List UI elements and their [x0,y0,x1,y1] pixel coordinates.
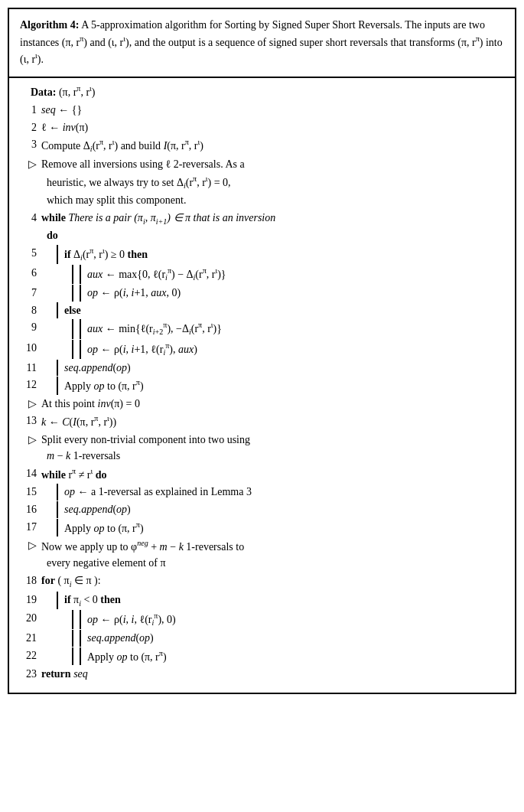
line-content-9: aux ← min{ℓ(ri+2π), −Δi(rπ, rι)} [41,319,504,338]
line-content-15: op ← a 1-reversal as explained in Lemma … [41,484,504,501]
line-21: 21 seq.append(op) [20,630,504,647]
line-8: 8 else [20,302,504,319]
line-14: 14 while rπ ≠ rι do [20,465,504,483]
data-params: (π, rπ, rι) [59,86,96,98]
line-content-3: Compute Δi(rπ, rι) and build I(π, rπ, rι… [41,136,504,155]
line-7: 7 op ← ρ(i, i+1, aux, 0) [20,285,504,302]
line-3: 3 Compute Δi(rπ, rι) and build I(π, rπ, … [20,136,504,155]
line-content-17: Apply op to (π, rπ) [41,519,504,536]
line-12: 12 Apply op to (π, rπ) [20,377,504,394]
line-1: 1 seq ← {} [20,102,504,119]
line-num-17: 17 [20,519,37,536]
line-content-14: while rπ ≠ rι do [41,465,504,483]
line-num-13: 13 [20,413,37,429]
triangle-icon-1: ▷ [20,156,37,173]
line-num-5: 5 [20,245,37,262]
triangle-icon-4: ▷ [20,537,37,554]
algorithm-box: Algorithm 4: A 5-approximation algorithm… [8,8,516,694]
line-num-18: 18 [20,572,37,589]
comment-line-at-this-point: ▷ At this point inv(π) = 0 [20,396,504,413]
line-15: 15 op ← a 1-reversal as explained in Lem… [20,484,504,501]
line-content-8: else [41,302,504,319]
line-num-10: 10 [20,340,37,357]
line-content-5: if Δi(rπ, rι) ≥ 0 then [41,245,504,264]
line-num-11: 11 [20,360,37,377]
algorithm-body: Data: (π, rπ, rι) 1 seq ← {} 2 ℓ ← inv(π… [9,78,515,692]
comment-text-1: Remove all inversions using ℓ 2-reversal… [41,156,504,208]
line-16: 16 seq.append(op) [20,501,504,518]
line-content-6: aux ← max{0, ℓ(riπ) − Δi(rπ, rι)} [41,265,504,284]
line-content-11: seq.append(op) [41,360,504,377]
comment-text-4: Now we apply up to φneg + m − k 1-revers… [41,537,504,572]
line-num-4: 4 [20,210,37,227]
line-num-15: 15 [20,484,37,501]
line-content-1: seq ← {} [41,102,504,119]
line-content-19: if πi < 0 then [41,592,504,609]
line-5: 5 if Δi(rπ, rι) ≥ 0 then [20,245,504,264]
comment-line-3: ▷ Remove all inversions using ℓ 2-revers… [20,156,504,208]
triangle-icon-3: ▷ [20,432,37,448]
comment-text-2: At this point inv(π) = 0 [41,396,504,413]
line-13: 13 k ← C(I(π, rπ, rι)) [20,413,504,430]
line-content-7: op ← ρ(i, i+1, aux, 0) [41,285,504,302]
line-num-1: 1 [20,102,37,119]
line-content-20: op ← ρ(i, i, ℓ(riπ), 0) [41,610,504,629]
algorithm-title-bold: Algorithm 4: [20,19,79,31]
line-content-13: k ← C(I(π, rπ, rι)) [41,413,504,430]
comment-line-split: ▷ Split every non-trivial component into… [20,432,504,465]
line-content-12: Apply op to (π, rπ) [41,377,504,394]
line-num-3: 3 [20,136,37,153]
comment-line-now-apply: ▷ Now we apply up to φneg + m − k 1-reve… [20,537,504,572]
line-num-12: 12 [20,377,37,393]
triangle-icon-2: ▷ [20,396,37,413]
line-content-22: Apply op to (π, rπ) [41,647,504,665]
line-num-21: 21 [20,630,37,647]
comment-text-3: Split every non-trivial component into t… [41,432,504,465]
algorithm-header: Algorithm 4: A 5-approximation algorithm… [9,9,515,78]
line-20: 20 op ← ρ(i, i, ℓ(riπ), 0) [20,610,504,629]
line-num-9: 9 [20,319,37,336]
line-num-7: 7 [20,285,37,302]
line-num-14: 14 [20,465,37,482]
line-num-6: 6 [20,265,37,282]
line-19: 19 if πi < 0 then [20,592,504,609]
line-10: 10 op ← ρ(i, i+1, ℓ(riπ), aux) [20,340,504,359]
line-4: 4 while There is a pair (πi, πi+1) ∈ π t… [20,210,504,244]
data-line: Data: (π, rπ, rι) [20,84,504,99]
line-11: 11 seq.append(op) [20,360,504,377]
line-num-8: 8 [20,302,37,319]
line-22: 22 Apply op to (π, rπ) [20,647,504,665]
line-23: 23 return seq [20,666,504,683]
line-content-4: while There is a pair (πi, πi+1) ∈ π tha… [41,210,504,244]
line-num-19: 19 [20,592,37,608]
line-num-20: 20 [20,610,37,627]
line-2: 2 ℓ ← inv(π) [20,119,504,136]
line-content-18: for ( πi ∈ π ): [41,572,504,590]
line-content-16: seq.append(op) [41,501,504,518]
line-18: 18 for ( πi ∈ π ): [20,572,504,590]
line-17: 17 Apply op to (π, rπ) [20,519,504,536]
line-content-2: ℓ ← inv(π) [41,119,504,136]
data-keyword: Data: [31,86,56,98]
line-num-22: 22 [20,647,37,664]
line-content-21: seq.append(op) [41,630,504,647]
line-9: 9 aux ← min{ℓ(ri+2π), −Δi(rπ, rι)} [20,319,504,338]
line-content-10: op ← ρ(i, i+1, ℓ(riπ), aux) [41,340,504,359]
line-6: 6 aux ← max{0, ℓ(riπ) − Δi(rπ, rι)} [20,265,504,284]
line-content-23: return seq [41,666,504,683]
line-num-2: 2 [20,119,37,136]
line-num-16: 16 [20,501,37,518]
algorithm-title-text: A 5-approximation algorithm for Sorting … [20,19,503,65]
line-num-23: 23 [20,666,37,683]
